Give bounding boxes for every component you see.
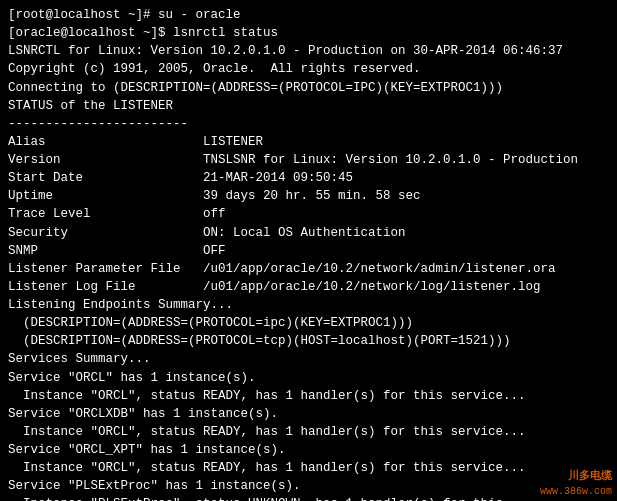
terminal-line: Trace Level off — [8, 205, 609, 223]
terminal-line: (DESCRIPTION=(ADDRESS=(PROTOCOL=ipc)(KEY… — [8, 314, 609, 332]
terminal-line: Listener Parameter File /u01/app/oracle/… — [8, 260, 609, 278]
terminal-line: (DESCRIPTION=(ADDRESS=(PROTOCOL=tcp)(HOS… — [8, 332, 609, 350]
terminal-line: Copyright (c) 1991, 2005, Oracle. All ri… — [8, 60, 609, 78]
terminal-line: Service "ORCL" has 1 instance(s). — [8, 369, 609, 387]
terminal-line: Version TNSLSNR for Linux: Version 10.2.… — [8, 151, 609, 169]
terminal-line: Instance "ORCL", status READY, has 1 han… — [8, 459, 609, 477]
terminal-line: Service "PLSExtProc" has 1 instance(s). — [8, 477, 609, 495]
terminal-line: Connecting to (DESCRIPTION=(ADDRESS=(PRO… — [8, 79, 609, 97]
terminal-line: Instance "ORCL", status READY, has 1 han… — [8, 423, 609, 441]
terminal-line: Security ON: Local OS Authentication — [8, 224, 609, 242]
terminal-line: Start Date 21-MAR-2014 09:50:45 — [8, 169, 609, 187]
terminal-line: [oracle@localhost ~]$ lsnrctl status — [8, 24, 609, 42]
terminal-line: LSNRCTL for Linux: Version 10.2.0.1.0 - … — [8, 42, 609, 60]
terminal-line: STATUS of the LISTENER — [8, 97, 609, 115]
terminal-window: [root@localhost ~]# su - oracle[oracle@l… — [0, 0, 617, 501]
terminal-line: Alias LISTENER — [8, 133, 609, 151]
terminal-line: Service "ORCLXDB" has 1 instance(s). — [8, 405, 609, 423]
terminal-line: Instance "ORCL", status READY, has 1 han… — [8, 387, 609, 405]
terminal-line: ------------------------ — [8, 115, 609, 133]
terminal-line: Listener Log File /u01/app/oracle/10.2/n… — [8, 278, 609, 296]
terminal-line: SNMP OFF — [8, 242, 609, 260]
terminal-line: Services Summary... — [8, 350, 609, 368]
terminal-output: [root@localhost ~]# su - oracle[oracle@l… — [8, 6, 609, 501]
terminal-line: Service "ORCL_XPT" has 1 instance(s). — [8, 441, 609, 459]
terminal-line: [root@localhost ~]# su - oracle — [8, 6, 609, 24]
watermark-text: 川多电缆 — [568, 468, 612, 483]
terminal-line: Instance "PLSExtProc", status UNKNOWN, h… — [8, 495, 609, 501]
terminal-line: Listening Endpoints Summary... — [8, 296, 609, 314]
terminal-line: Uptime 39 days 20 hr. 55 min. 58 sec — [8, 187, 609, 205]
watermark-url: www.386w.com — [540, 486, 612, 497]
